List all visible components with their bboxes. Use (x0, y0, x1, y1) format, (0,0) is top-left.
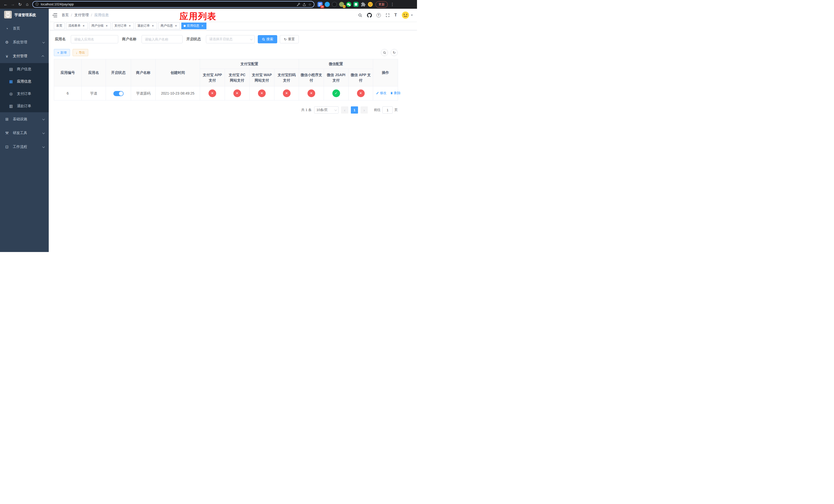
extensions-puzzle-icon[interactable] (360, 2, 366, 7)
tab-process-form[interactable]: 流程表单 × (66, 23, 88, 29)
page-content: 应用名 商户名称 开启状态 请选择开启状态 搜索 ↻ 重置 (49, 30, 417, 252)
help-icon[interactable]: ? (376, 13, 381, 18)
share-icon[interactable] (302, 3, 306, 6)
tab-user-group[interactable]: 用户分组 × (89, 23, 111, 29)
sidebar-toggle-icon[interactable] (49, 13, 61, 17)
search-icon[interactable] (358, 13, 363, 18)
refresh-table-button[interactable]: ↻ (391, 49, 398, 56)
back-button[interactable]: ← (2, 1, 9, 8)
dashboard-icon: ◔ (5, 26, 9, 31)
sidebar-item-workflow[interactable]: ⊡ 工作流程 (0, 140, 49, 154)
search-button[interactable]: 搜索 (258, 35, 277, 43)
merchant-name-input[interactable] (141, 35, 182, 43)
bookmark-star-icon[interactable]: ☆ (308, 3, 311, 6)
home-button[interactable]: ⌂ (24, 1, 31, 8)
top-navbar: 首页 / 支付管理 / 应用信息 ? (49, 9, 417, 22)
sidebar-item-refund-orders[interactable]: ▥ 退款订单 (0, 100, 49, 112)
close-icon[interactable]: × (128, 24, 132, 28)
close-icon[interactable]: × (174, 24, 178, 28)
chevron-down-icon (250, 38, 253, 40)
profile-emoji-icon[interactable] (368, 2, 373, 7)
wechat-jsapi-status-icon: ✓ (332, 90, 340, 97)
export-button[interactable]: ↓ 导出 (72, 49, 88, 56)
close-icon[interactable]: × (105, 24, 109, 28)
tab-merchant-info[interactable]: 商户信息 × (158, 23, 180, 29)
edit-button[interactable]: 修改 (376, 91, 387, 96)
password-key-icon[interactable] (297, 3, 300, 6)
fullscreen-icon[interactable] (386, 13, 390, 18)
extension-dark-icon[interactable] (332, 2, 337, 7)
col-header-app-id: 应用编号 (54, 59, 82, 86)
extension-grid-icon[interactable]: 10 (317, 2, 323, 7)
tab-refund-orders[interactable]: 退款订单 × (135, 23, 157, 29)
breadcrumb-home[interactable]: 首页 (62, 13, 69, 18)
breadcrumb-payment[interactable]: 支付管理 (74, 13, 89, 18)
close-icon[interactable]: × (201, 24, 204, 28)
sidebar-item-merchant-info[interactable]: ▤ 商户信息 (0, 63, 49, 75)
chevron-down-icon (334, 109, 337, 111)
breadcrumb-current: 应用信息 (94, 13, 109, 18)
sidebar-item-infrastructure[interactable]: ⊞ 基础设施 (0, 112, 49, 126)
browser-update-button[interactable]: 更新 (375, 1, 388, 8)
tools-icon: ⚒ (5, 131, 9, 135)
alipay-pc-status-icon: ✕ (233, 90, 241, 97)
cell-app-name: 芋道 (82, 86, 106, 100)
toggle-search-button[interactable] (381, 49, 388, 56)
order-icon: ◎ (9, 92, 13, 96)
tab-app-info[interactable]: 应用信息 × (181, 23, 206, 29)
extension-book-icon[interactable] (353, 2, 358, 7)
delete-button[interactable]: 删除 (390, 91, 401, 96)
extension-wechat-icon[interactable] (346, 2, 351, 7)
chevron-up-icon (42, 55, 44, 58)
table-toolbar: + 新增 ↓ 导出 ↻ (54, 49, 398, 56)
merchant-name-label: 商户名称 (122, 37, 136, 42)
wechat-app-status-icon: ✕ (357, 90, 365, 97)
breadcrumb-separator: / (71, 13, 72, 17)
chevron-down-icon (42, 118, 45, 120)
yen-icon: ¥ (5, 54, 9, 59)
add-button[interactable]: + 新增 (54, 49, 70, 56)
close-icon[interactable]: × (151, 24, 155, 28)
tab-home[interactable]: 首页 (54, 23, 65, 29)
forward-button[interactable]: → (9, 1, 16, 8)
sidebar-item-dev-tools[interactable]: ⚒ 研发工具 (0, 126, 49, 140)
sidebar-item-payment[interactable]: ¥ 支付管理 (0, 49, 49, 63)
address-bar[interactable]: ⓘ localhost:1024/pay/app ☆ (32, 1, 314, 8)
sidebar-item-pay-orders[interactable]: ◎ 支付订单 (0, 88, 49, 100)
url-text[interactable]: localhost:1024/pay/app (41, 3, 294, 6)
enabled-toggle[interactable] (113, 91, 124, 96)
chevron-down-icon (42, 41, 45, 43)
sidebar-item-home[interactable]: ◔ 首页 (0, 22, 49, 36)
page-size-select[interactable]: 10条/页 (314, 107, 338, 114)
status-select[interactable]: 请选择开启状态 (206, 35, 255, 43)
goto-page-input[interactable] (382, 107, 393, 114)
github-icon[interactable] (367, 13, 372, 18)
extension-drop-icon[interactable] (325, 2, 330, 7)
extension-avatar-icon[interactable]: 1 (339, 2, 344, 7)
sidebar-item-system[interactable]: ⚙ 系统管理 (0, 36, 49, 49)
browser-menu-icon[interactable]: ⋮ (389, 1, 396, 8)
app-name-label: 应用名 (55, 37, 66, 42)
plus-icon: + (57, 51, 59, 54)
app-root: 芋道管理系统 ◔ 首页 ⚙ 系统管理 ¥ 支付管理 (0, 9, 417, 252)
tab-pay-orders[interactable]: 支付订单 × (112, 23, 134, 29)
extensions-area: 10 1 (317, 2, 373, 7)
reset-button[interactable]: ↻ 重置 (280, 35, 299, 43)
current-page-button[interactable]: 1 (351, 107, 358, 114)
next-page-button[interactable]: › (360, 107, 368, 114)
site-info-icon[interactable]: ⓘ (36, 2, 39, 7)
app-name-input[interactable] (71, 35, 118, 43)
prev-page-button[interactable]: ‹ (341, 107, 348, 114)
tags-view-bar: 首页 流程表单 × 用户分组 × 支付订单 × 退款订单 × (49, 22, 417, 30)
breadcrumb-separator: / (91, 13, 92, 17)
sidebar-item-app-info[interactable]: ▦ 应用信息 (0, 75, 49, 88)
font-size-icon[interactable]: T (394, 13, 397, 18)
pagination-total: 共 1 条 (301, 108, 312, 112)
col-header-app-name: 应用名 (82, 59, 106, 86)
goto-page: 前往 页 (374, 107, 398, 114)
reload-button[interactable]: ↻ (16, 1, 24, 8)
table-row: 6 芋道 芋道源码 2021-10-23 08:49:25 ✕ ✕ ✕ ✕ ✕ (54, 86, 398, 100)
user-avatar[interactable] (402, 11, 413, 19)
grid-icon: ▦ (9, 79, 13, 84)
close-icon[interactable]: × (82, 24, 85, 28)
